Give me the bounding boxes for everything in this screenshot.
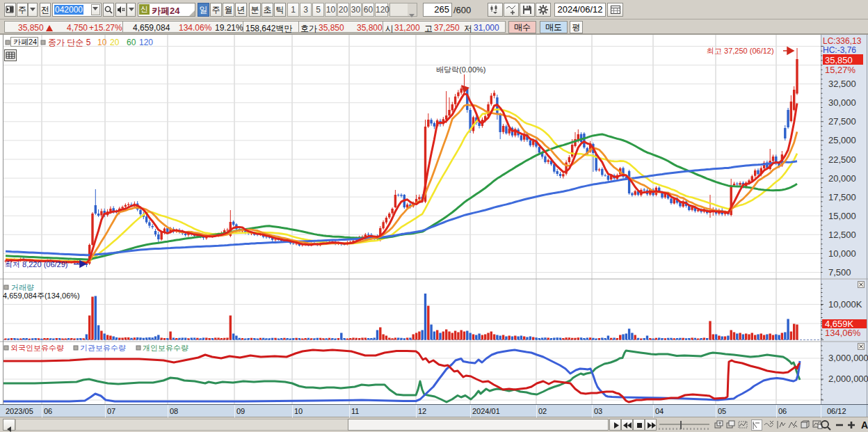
svg-text:10: 10 (294, 407, 303, 415)
svg-text:25,000: 25,000 (828, 135, 856, 145)
svg-text:30,000: 30,000 (828, 97, 856, 108)
svg-text:06: 06 (44, 407, 52, 415)
svg-text:4,659,084주(134,06%): 4,659,084주(134,06%) (3, 291, 80, 300)
svg-text:2023/05: 2023/05 (6, 407, 33, 415)
svg-text:A: A (861, 419, 868, 431)
svg-text:10,000K: 10,000K (828, 299, 862, 310)
svg-text:09: 09 (236, 407, 245, 415)
svg-text:12,500: 12,500 (828, 230, 856, 240)
svg-text:06/12: 06/12 (827, 407, 846, 415)
svg-text:03: 03 (594, 407, 602, 415)
svg-text:05: 05 (718, 407, 726, 415)
svg-text:04: 04 (655, 407, 664, 415)
svg-text:기관보유수량: 기관보유수량 (80, 344, 126, 352)
svg-text:07: 07 (107, 407, 115, 415)
svg-text:35,850: 35,850 (825, 55, 853, 65)
svg-text:32,500: 32,500 (828, 79, 856, 89)
svg-text:배당락(0.00%): 배당락(0.00%) (436, 65, 486, 74)
svg-text:20,000: 20,000 (828, 173, 856, 184)
svg-text:11: 11 (351, 407, 359, 415)
svg-text:개인보유수량: 개인보유수량 (143, 344, 188, 352)
svg-text:2,000,000: 2,000,000 (828, 374, 868, 384)
svg-text:20: 20 (110, 38, 120, 47)
svg-text:02: 02 (538, 407, 547, 415)
svg-text:7,500: 7,500 (828, 267, 851, 278)
svg-text:60: 60 (127, 38, 136, 47)
svg-text:08: 08 (170, 407, 178, 415)
svg-text:최저 8,220 (06/29): 최저 8,220 (06/29) (5, 260, 68, 269)
svg-text:120: 120 (139, 38, 153, 47)
svg-text:HC:-3,76: HC:-3,76 (823, 45, 856, 55)
svg-text:27,500: 27,500 (828, 116, 856, 127)
svg-text:LC:336,13: LC:336,13 (823, 36, 862, 46)
svg-text:06: 06 (778, 407, 787, 415)
svg-text:카페24: 카페24 (13, 38, 37, 46)
svg-text:134,06%: 134,06% (825, 328, 861, 338)
svg-text:10,000: 10,000 (828, 248, 856, 259)
svg-text:15,27%: 15,27% (825, 65, 856, 75)
svg-text:외국인보유수량: 외국인보유수량 (10, 344, 64, 352)
svg-text:22,500: 22,500 (828, 154, 856, 165)
svg-text:17,500: 17,500 (828, 192, 856, 202)
svg-text:12: 12 (418, 407, 426, 415)
svg-text:최고 37,250 (06/12): 최고 37,250 (06/12) (707, 47, 774, 55)
svg-text:종가 단순 5: 종가 단순 5 (48, 38, 91, 47)
svg-text:2024/01: 2024/01 (472, 407, 500, 415)
svg-text:15,000: 15,000 (828, 211, 856, 221)
svg-text:3,000,000: 3,000,000 (828, 353, 868, 363)
svg-text:거래량: 거래량 (11, 283, 34, 291)
svg-text:10: 10 (97, 38, 107, 47)
